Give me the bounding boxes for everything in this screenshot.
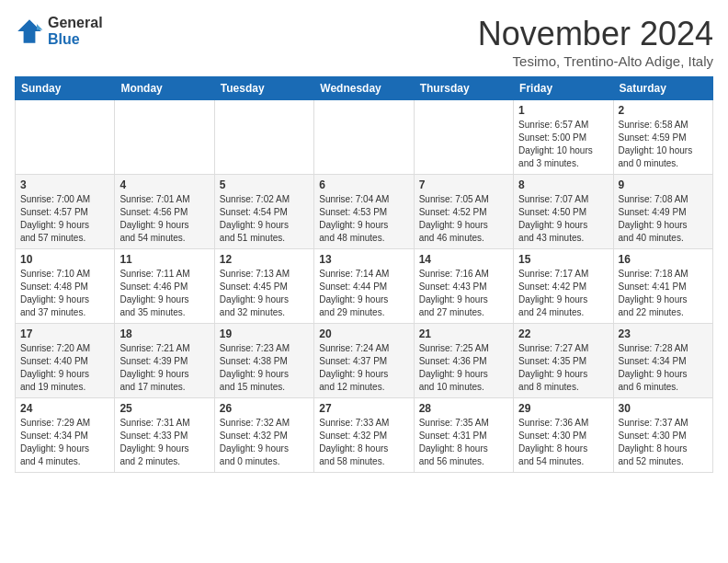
day-info: Sunrise: 7:28 AM Sunset: 4:34 PM Dayligh… — [619, 342, 708, 394]
calendar-cell: 13Sunrise: 7:14 AM Sunset: 4:44 PM Dayli… — [314, 249, 414, 324]
day-number: 3 — [20, 178, 109, 191]
day-number: 26 — [220, 402, 309, 415]
day-number: 7 — [419, 178, 508, 191]
day-info: Sunrise: 7:10 AM Sunset: 4:48 PM Dayligh… — [20, 268, 109, 319]
calendar-cell: 12Sunrise: 7:13 AM Sunset: 4:45 PM Dayli… — [214, 249, 313, 324]
calendar-cell: 3Sunrise: 7:00 AM Sunset: 4:57 PM Daylig… — [16, 175, 115, 249]
day-number: 1 — [518, 104, 608, 117]
weekday-header: Sunday — [16, 77, 115, 100]
weekday-header: Monday — [115, 77, 214, 100]
day-info: Sunrise: 6:57 AM Sunset: 5:00 PM Dayligh… — [518, 119, 608, 170]
day-number: 14 — [419, 253, 508, 266]
calendar-cell: 30Sunrise: 7:37 AM Sunset: 4:30 PM Dayli… — [613, 398, 712, 473]
calendar-cell: 2Sunrise: 6:58 AM Sunset: 4:59 PM Daylig… — [613, 100, 712, 175]
day-number: 18 — [119, 327, 209, 340]
day-number: 8 — [518, 178, 608, 191]
day-info: Sunrise: 7:27 AM Sunset: 4:35 PM Dayligh… — [518, 342, 608, 394]
calendar-cell: 21Sunrise: 7:25 AM Sunset: 4:36 PM Dayli… — [414, 324, 513, 398]
day-number: 13 — [319, 253, 408, 266]
calendar-cell: 14Sunrise: 7:16 AM Sunset: 4:43 PM Dayli… — [414, 249, 513, 324]
day-number: 15 — [518, 253, 608, 266]
day-info: Sunrise: 7:25 AM Sunset: 4:36 PM Dayligh… — [419, 342, 508, 394]
weekday-header: Thursday — [414, 77, 513, 100]
calendar-cell: 23Sunrise: 7:28 AM Sunset: 4:34 PM Dayli… — [613, 324, 712, 398]
location: Tesimo, Trentino-Alto Adige, Italy — [478, 53, 713, 69]
day-number: 19 — [220, 327, 309, 340]
calendar-cell — [314, 100, 414, 175]
logo-general: General — [48, 15, 103, 31]
calendar-cell: 27Sunrise: 7:33 AM Sunset: 4:32 PM Dayli… — [314, 398, 414, 473]
calendar-cell: 28Sunrise: 7:35 AM Sunset: 4:31 PM Dayli… — [414, 398, 513, 473]
calendar-cell — [414, 100, 513, 175]
calendar-week-row: 3Sunrise: 7:00 AM Sunset: 4:57 PM Daylig… — [16, 175, 713, 249]
calendar-cell: 16Sunrise: 7:18 AM Sunset: 4:41 PM Dayli… — [613, 249, 712, 324]
day-number: 4 — [119, 178, 209, 191]
calendar-week-row: 24Sunrise: 7:29 AM Sunset: 4:34 PM Dayli… — [16, 398, 713, 473]
weekday-header: Tuesday — [214, 77, 313, 100]
logo-blue: Blue — [48, 31, 103, 48]
day-info: Sunrise: 6:58 AM Sunset: 4:59 PM Dayligh… — [619, 119, 708, 170]
calendar-cell: 17Sunrise: 7:20 AM Sunset: 4:40 PM Dayli… — [16, 324, 115, 398]
day-info: Sunrise: 7:05 AM Sunset: 4:52 PM Dayligh… — [419, 193, 508, 245]
calendar-cell: 8Sunrise: 7:07 AM Sunset: 4:50 PM Daylig… — [514, 175, 613, 249]
calendar-week-row: 17Sunrise: 7:20 AM Sunset: 4:40 PM Dayli… — [16, 324, 713, 398]
day-info: Sunrise: 7:04 AM Sunset: 4:53 PM Dayligh… — [319, 193, 408, 245]
calendar-cell: 6Sunrise: 7:04 AM Sunset: 4:53 PM Daylig… — [314, 175, 414, 249]
day-number: 25 — [119, 402, 209, 415]
calendar-cell: 7Sunrise: 7:05 AM Sunset: 4:52 PM Daylig… — [414, 175, 513, 249]
calendar-cell: 10Sunrise: 7:10 AM Sunset: 4:48 PM Dayli… — [16, 249, 115, 324]
logo: General Blue — [15, 15, 103, 47]
title-area: November 2024 Tesimo, Trentino-Alto Adig… — [478, 15, 713, 69]
calendar-cell — [115, 100, 214, 175]
calendar-week-row: 1Sunrise: 6:57 AM Sunset: 5:00 PM Daylig… — [16, 100, 713, 175]
day-number: 22 — [518, 327, 608, 340]
svg-marker-0 — [17, 19, 41, 43]
logo-icon — [15, 17, 44, 46]
day-number: 29 — [518, 402, 608, 415]
day-info: Sunrise: 7:14 AM Sunset: 4:44 PM Dayligh… — [319, 268, 408, 319]
day-number: 6 — [319, 178, 408, 191]
day-info: Sunrise: 7:16 AM Sunset: 4:43 PM Dayligh… — [419, 268, 508, 319]
day-number: 11 — [119, 253, 209, 266]
weekday-header: Wednesday — [314, 77, 414, 100]
calendar-cell — [16, 100, 115, 175]
day-info: Sunrise: 7:32 AM Sunset: 4:32 PM Dayligh… — [220, 417, 309, 468]
calendar-week-row: 10Sunrise: 7:10 AM Sunset: 4:48 PM Dayli… — [16, 249, 713, 324]
day-number: 23 — [619, 327, 708, 340]
day-info: Sunrise: 7:29 AM Sunset: 4:34 PM Dayligh… — [20, 417, 109, 468]
calendar-cell — [214, 100, 313, 175]
day-info: Sunrise: 7:21 AM Sunset: 4:39 PM Dayligh… — [119, 342, 209, 394]
weekday-header: Saturday — [613, 77, 712, 100]
calendar-cell: 4Sunrise: 7:01 AM Sunset: 4:56 PM Daylig… — [115, 175, 214, 249]
calendar-cell: 19Sunrise: 7:23 AM Sunset: 4:38 PM Dayli… — [214, 324, 313, 398]
calendar-cell: 1Sunrise: 6:57 AM Sunset: 5:00 PM Daylig… — [514, 100, 613, 175]
calendar-table: SundayMondayTuesdayWednesdayThursdayFrid… — [15, 76, 713, 473]
day-info: Sunrise: 7:35 AM Sunset: 4:31 PM Dayligh… — [419, 417, 508, 468]
calendar-cell: 25Sunrise: 7:31 AM Sunset: 4:33 PM Dayli… — [115, 398, 214, 473]
calendar-cell: 26Sunrise: 7:32 AM Sunset: 4:32 PM Dayli… — [214, 398, 313, 473]
day-info: Sunrise: 7:33 AM Sunset: 4:32 PM Dayligh… — [319, 417, 408, 468]
day-number: 16 — [619, 253, 708, 266]
day-number: 12 — [220, 253, 309, 266]
day-info: Sunrise: 7:08 AM Sunset: 4:49 PM Dayligh… — [619, 193, 708, 245]
calendar-cell: 15Sunrise: 7:17 AM Sunset: 4:42 PM Dayli… — [514, 249, 613, 324]
calendar-cell: 24Sunrise: 7:29 AM Sunset: 4:34 PM Dayli… — [16, 398, 115, 473]
day-number: 5 — [220, 178, 309, 191]
day-info: Sunrise: 7:23 AM Sunset: 4:38 PM Dayligh… — [220, 342, 309, 394]
day-number: 27 — [319, 402, 408, 415]
calendar-cell: 18Sunrise: 7:21 AM Sunset: 4:39 PM Dayli… — [115, 324, 214, 398]
day-info: Sunrise: 7:20 AM Sunset: 4:40 PM Dayligh… — [20, 342, 109, 394]
day-info: Sunrise: 7:00 AM Sunset: 4:57 PM Dayligh… — [20, 193, 109, 245]
logo-text: General Blue — [48, 15, 103, 47]
day-number: 9 — [619, 178, 708, 191]
day-number: 24 — [20, 402, 109, 415]
day-info: Sunrise: 7:31 AM Sunset: 4:33 PM Dayligh… — [119, 417, 209, 468]
calendar-cell: 22Sunrise: 7:27 AM Sunset: 4:35 PM Dayli… — [514, 324, 613, 398]
calendar-cell: 5Sunrise: 7:02 AM Sunset: 4:54 PM Daylig… — [214, 175, 313, 249]
day-info: Sunrise: 7:36 AM Sunset: 4:30 PM Dayligh… — [518, 417, 608, 468]
day-number: 17 — [20, 327, 109, 340]
day-number: 21 — [419, 327, 508, 340]
day-info: Sunrise: 7:01 AM Sunset: 4:56 PM Dayligh… — [119, 193, 209, 245]
calendar-cell: 9Sunrise: 7:08 AM Sunset: 4:49 PM Daylig… — [613, 175, 712, 249]
day-info: Sunrise: 7:24 AM Sunset: 4:37 PM Dayligh… — [319, 342, 408, 394]
